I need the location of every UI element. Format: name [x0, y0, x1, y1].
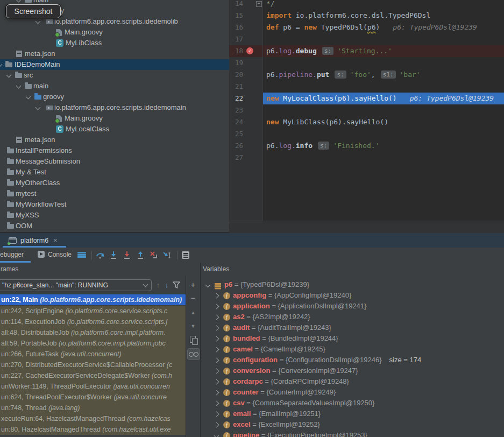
code-line-26[interactable]: 26 p6.log.infos:'Finished.' — [229, 140, 504, 152]
tree-item-mylibclass[interactable]: MyLibClass — [0, 38, 229, 48]
frame-row[interactable]: un:114, ExecutionJob (io.platform6.core.… — [0, 316, 186, 327]
code-line-22[interactable]: 22 new MyLocalClass(p6).sayHello()p6: Ty… — [229, 93, 504, 104]
layout-menu-icon[interactable] — [77, 252, 86, 258]
code-line-25[interactable]: 25 — [229, 128, 504, 140]
variable-row[interactable]: appconfig = {AppConfigImpl@19240} — [201, 290, 504, 301]
chevron-down-icon[interactable] — [26, 94, 31, 100]
tree-item-myxss[interactable]: MyXSS — [0, 210, 229, 221]
remove-watch-icon[interactable]: − — [186, 293, 200, 302]
variable-row-pipeline[interactable]: pipeline = {ExecutionPipelineImpl@19253} — [201, 430, 504, 437]
tree-item-myworkflowtest[interactable]: MyWorkflowTest — [0, 199, 229, 210]
chevron-right-icon[interactable] — [214, 390, 219, 396]
add-watch-icon[interactable]: + — [186, 280, 200, 289]
code-line-14[interactable]: 14 − */ — [229, 0, 504, 10]
chevron-right-icon[interactable] — [214, 326, 219, 331]
variable-row-p6[interactable]: p6 = {TypedP6Dsl@19239} — [201, 279, 504, 290]
screenshot-overlay-button[interactable]: Screenshot — [6, 4, 61, 18]
code-line-27[interactable]: 27 — [229, 152, 504, 164]
chevron-down-icon[interactable] — [214, 433, 219, 437]
chevron-down-icon[interactable] — [205, 283, 211, 288]
variable-row[interactable]: bundled = {BundledImpl@19244} — [201, 333, 504, 344]
variable-row[interactable]: cordarpc = {CordaRPCImpl@19248} — [201, 376, 504, 387]
frame-row[interactable]: un:748, Thread (java.lang) — [0, 403, 186, 413]
chevron-right-icon[interactable] — [214, 347, 219, 353]
code-line-24[interactable]: 24 new MyLibClass(p6).sayHello() — [229, 116, 504, 128]
force-step-into-icon[interactable] — [123, 251, 131, 259]
variable-row[interactable]: email = {EmailImpl@19251} — [201, 408, 504, 419]
variable-row[interactable]: counter = {CounterImpl@19249} — [201, 387, 504, 398]
tree-item-idedemomain[interactable]: IDEDemoMain — [0, 59, 229, 70]
close-icon[interactable]: × — [53, 236, 58, 244]
tree-item-installpermissions[interactable]: InstallPermissions — [0, 145, 229, 156]
variable-row[interactable]: audit = {AuditTrailImpl@19243} — [201, 322, 504, 333]
variable-row[interactable]: camel = {CamelImpl@19245} — [201, 344, 504, 355]
tree-item-package-idedemomain[interactable]: io.platform6.app.core.scripts.idedemomai… — [0, 102, 229, 113]
code-line-20[interactable]: 20 p6.pipeline.puts:'foo',s1:'bar' — [229, 69, 504, 81]
chevron-down-icon[interactable] — [36, 19, 41, 24]
tree-item-mytest[interactable]: mytest — [0, 188, 229, 199]
variable-row[interactable]: csv = {CommaSeparatedValuesImpl@19250} — [201, 398, 504, 408]
duplicate-watch-icon[interactable] — [190, 336, 196, 343]
chevron-down-icon[interactable] — [36, 105, 41, 110]
tree-item-groovy[interactable]: groovy — [0, 91, 229, 102]
frame-row[interactable]: un:266, FutureTask (java.util.concurrent… — [0, 349, 186, 360]
step-into-icon[interactable] — [109, 251, 118, 259]
frame-row[interactable]: un:270, DistributedExecutorService$Calla… — [0, 360, 186, 370]
frame-row[interactable]: un:80, HazelcastManagedThread (com.hazel… — [0, 424, 186, 435]
frame-row[interactable]: un:624, ThreadPoolExecutor$Worker (java.… — [0, 392, 186, 403]
frame-row[interactable]: un:227, CachedExecutorServiceDelegate$Wo… — [0, 370, 186, 381]
code-line-15[interactable]: 15 import io.platform6.core.dsl.TypedP6D… — [229, 10, 504, 22]
run-to-cursor-icon[interactable] — [163, 251, 172, 259]
chevron-right-icon[interactable] — [214, 422, 219, 428]
tree-item-main-groovy-lib[interactable]: Main.groovy — [0, 27, 229, 38]
variable-row[interactable]: excel = {ExcelImpl@19252} — [201, 419, 504, 430]
variable-row[interactable]: as2 = {AS2Impl@19242} — [201, 312, 504, 322]
code-line-23[interactable]: 23 — [229, 104, 504, 116]
chevron-right-icon[interactable] — [214, 358, 219, 363]
tab-console[interactable]: Console — [38, 248, 72, 262]
frame-row-current[interactable]: un:22, Main (io.platform6.app.core.scrip… — [0, 294, 186, 305]
tree-item-metajson-lib[interactable]: meta.json — [0, 48, 229, 59]
thread-dropdown[interactable]: "hz.p6core_stan... "main": RUNNING — [0, 279, 152, 291]
variable-row[interactable]: configuration = {ConfigurationDslImpl@19… — [201, 355, 504, 365]
tree-item-oom[interactable]: OOM — [0, 221, 229, 231]
tree-item-metajson[interactable]: meta.json — [0, 135, 229, 145]
chevron-down-icon[interactable] — [6, 73, 12, 78]
chevron-down-icon[interactable] — [16, 83, 22, 89]
tree-item-messagesubmission[interactable]: MessageSubmission — [0, 156, 229, 167]
tree-item-src[interactable]: src — [0, 70, 229, 81]
fold-marker-icon[interactable]: − — [256, 1, 262, 7]
code-line-17[interactable]: 17 — [229, 33, 504, 45]
chevron-down-icon[interactable] — [0, 62, 2, 67]
move-down-icon[interactable]: ▼ — [186, 323, 200, 329]
chevron-right-icon[interactable] — [214, 315, 219, 320]
code-line-16[interactable]: 16 def p6 = new TypedP6Dsl(p6)p6: TypedP… — [229, 22, 504, 33]
tab-debugger[interactable]: ebugger — [0, 248, 24, 262]
filter-frames-icon[interactable] — [173, 281, 180, 288]
chevron-down-icon[interactable] — [16, 0, 22, 2]
chevron-right-icon[interactable] — [214, 401, 219, 406]
code-editor[interactable]: 14 − */ 15 import io.platform6.core.dsl.… — [229, 0, 504, 233]
frame-row[interactable]: all:48, DistributableJob (io.platform6.c… — [0, 327, 186, 338]
next-frame-icon[interactable]: ↓ — [161, 279, 172, 291]
frame-row[interactable]: xecuteRun:64, HazelcastManagedThread (co… — [0, 413, 186, 424]
chevron-right-icon[interactable] — [214, 369, 219, 374]
step-out-icon[interactable] — [136, 251, 145, 259]
variable-row[interactable]: application = {ApplicationDslImpl@19241} — [201, 301, 504, 312]
tree-item-myotherclass[interactable]: MyOtherClass — [0, 178, 229, 188]
chevron-right-icon[interactable] — [214, 379, 219, 385]
tree-item-mylocalclass[interactable]: MyLocalClass — [0, 124, 229, 135]
drop-frame-icon[interactable] — [150, 251, 158, 259]
step-over-icon[interactable] — [96, 251, 104, 259]
chevron-right-icon[interactable] — [214, 412, 219, 417]
chevron-right-icon[interactable] — [214, 336, 219, 342]
chevron-right-icon[interactable] — [214, 293, 219, 299]
tab-platform6[interactable]: platform6 × — [9, 233, 58, 248]
chevron-right-icon[interactable] — [214, 304, 219, 309]
show-watches-icon[interactable] — [187, 348, 200, 360]
breakpoint-icon[interactable]: ✓ — [246, 47, 253, 54]
frame-row[interactable]: un:242, ScriptEngine (io.platform6.core.… — [0, 306, 186, 316]
code-line-19[interactable]: 19 — [229, 57, 504, 69]
code-line-18[interactable]: 18 ✓ p6.log.debugs:'Starting...' — [229, 45, 504, 57]
frame-row[interactable]: all:59, PortableJob (io.platform6.core.i… — [0, 338, 186, 349]
